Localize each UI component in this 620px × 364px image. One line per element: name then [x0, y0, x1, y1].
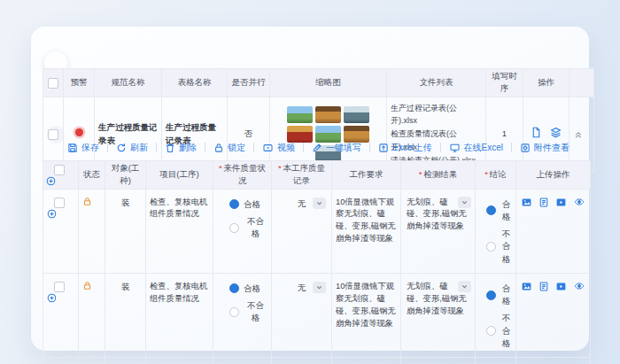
lock-status-icon — [82, 197, 101, 206]
radio-fail[interactable]: 不合格 — [486, 312, 512, 350]
cell-status — [79, 273, 105, 357]
cell-test-result: 无划痕、磕碰、变形,磁钢无崩角掉渣等现象 — [401, 189, 476, 273]
radio-pass[interactable]: 合格 — [486, 283, 512, 308]
cell-upload-actions — [516, 358, 591, 364]
pencil-icon — [312, 143, 322, 153]
file-action-icon[interactable] — [531, 127, 542, 138]
one-click-fill-button[interactable]: 一键填写 — [304, 142, 369, 154]
header-fill-order: 填写时序 — [486, 69, 523, 97]
cell-process-record: 无 — [272, 273, 332, 357]
radio-pass[interactable]: 合格 — [229, 283, 267, 295]
header-spec-name: 规范名称 — [95, 69, 162, 97]
lock-button[interactable]: 锁定 — [205, 142, 253, 154]
video-upload-icon[interactable] — [555, 197, 567, 208]
test-result-select[interactable]: 无划痕、磕碰、变形,磁钢无崩角掉渣等现象 — [405, 281, 471, 318]
row-checkbox[interactable] — [48, 129, 58, 140]
add-row-icon[interactable] — [47, 293, 74, 303]
cell-test-result: 无划痕、磕碰、变形,磁钢无崩角掉渣等现象 — [401, 273, 476, 357]
header-process-record: *本工序质量记录 — [272, 161, 332, 190]
image-upload-icon[interactable] — [521, 281, 532, 292]
required-mark: * — [484, 169, 488, 179]
record-table-header-row: 状态 对象(工种) 项目(工序) *来件质量状况 *本工序质量记录 工作要求 *… — [43, 161, 591, 190]
template-table-header-row: 预警 规范名称 表格名称 是否并行 缩略图 文件列表 填写时序 操作 — [43, 69, 594, 97]
main-panel: 预警 规范名称 表格名称 是否并行 缩略图 文件列表 填写时序 操作 生产过程质… — [31, 27, 589, 351]
header-work-requirement: 工作要求 — [332, 161, 401, 190]
video-upload-icon[interactable] — [555, 281, 567, 292]
record-row: 装 检查、复核电机组件质量情况 合格 不合格 无 10倍显微镜下观察无划痕、磕碰… — [43, 273, 591, 357]
warning-dot-icon — [75, 128, 83, 136]
refresh-button[interactable]: 刷新 — [108, 142, 156, 154]
save-button[interactable]: 保存 — [59, 142, 107, 154]
refresh-icon — [116, 143, 127, 153]
cell-test-result: 无划痕、磕碰、变形,磁钢无崩角掉渣等现象 — [401, 358, 476, 364]
radio-dot-icon — [229, 223, 239, 233]
toolbar: 保存 刷新 删除 锁定 视频 一键填写 Excel上传 — [59, 138, 577, 157]
cell-project: 检查、复核电机组件质量情况 — [146, 189, 213, 273]
thumbnail-image[interactable] — [287, 106, 313, 123]
excel-upload-button[interactable]: Excel上传 — [370, 142, 439, 154]
cell-project: 检查、复核电机组件质量情况 — [146, 273, 213, 357]
document-upload-icon[interactable] — [539, 197, 549, 208]
cell-incoming-quality: 合格 不合格 — [213, 358, 272, 364]
add-row-icon[interactable] — [46, 176, 75, 186]
required-mark: * — [419, 169, 422, 179]
header-select — [43, 69, 64, 97]
cell-select — [43, 189, 79, 273]
radio-fail[interactable]: 不合格 — [229, 299, 267, 325]
lock-status-icon — [82, 281, 101, 290]
radio-fail[interactable]: 不合格 — [486, 228, 512, 266]
thumbnail-image[interactable] — [344, 106, 369, 123]
cell-object: 装 — [105, 273, 146, 357]
cell-conclusion: 合格 不合格 — [476, 358, 516, 364]
attachment-view-icon — [520, 143, 531, 153]
cell-status — [79, 189, 105, 273]
thumbnail-image[interactable] — [315, 106, 341, 123]
radio-dot-icon — [229, 283, 239, 293]
delete-button[interactable]: 删除 — [157, 142, 205, 154]
row-checkbox[interactable] — [54, 197, 65, 208]
view-eye-icon[interactable] — [573, 197, 585, 207]
view-eye-icon[interactable] — [573, 281, 585, 291]
radio-fail[interactable]: 不合格 — [229, 215, 267, 241]
record-row: 装 检查、复核电机组件质量情况 合格 不合格 无 10倍显微镜下观察无划痕、磕碰… — [43, 189, 591, 273]
image-upload-icon[interactable] — [521, 197, 532, 208]
header-actions: 操作 — [523, 69, 570, 97]
header-table-name: 表格名称 — [162, 69, 228, 97]
cell-work-requirement: 10倍显微镜下观察无划痕、磕碰、变形,磁钢无崩角掉渣等现象 — [332, 358, 401, 364]
header-project: 项目(工序) — [146, 161, 213, 190]
layers-icon[interactable] — [550, 127, 562, 138]
header-thumbnail: 缩略图 — [270, 69, 387, 97]
record-table: 状态 对象(工种) 项目(工序) *来件质量状况 *本工序质量记录 工作要求 *… — [43, 160, 591, 364]
header-collapse — [570, 69, 594, 97]
template-table: 预警 规范名称 表格名称 是否并行 缩略图 文件列表 填写时序 操作 生产过程质… — [43, 68, 594, 173]
cell-object: 装 — [105, 189, 146, 273]
cell-object: 装 — [105, 358, 146, 364]
save-icon — [67, 143, 78, 153]
cell-process-record: 无 — [272, 358, 332, 364]
header-test-result: *检测结果 — [401, 161, 476, 190]
process-record-select[interactable]: 无 — [275, 281, 328, 295]
attachment-view-button[interactable]: 附件查看 — [512, 142, 577, 154]
select-all-checkbox[interactable] — [48, 78, 58, 89]
header-file-list: 文件列表 — [387, 69, 486, 97]
document-upload-icon[interactable] — [539, 281, 549, 292]
radio-dot-icon — [486, 242, 496, 252]
row-checkbox[interactable] — [54, 282, 65, 292]
online-excel-button[interactable]: 在线Excel — [441, 142, 511, 154]
required-mark: * — [219, 163, 222, 173]
video-button[interactable]: 视频 — [254, 142, 303, 154]
radio-dot-icon — [486, 290, 496, 300]
radio-pass[interactable]: 合格 — [229, 198, 267, 211]
cell-project: 检查、复核电机组件质量情况 — [146, 358, 213, 364]
trash-icon — [165, 143, 175, 153]
process-record-select[interactable]: 无 — [275, 197, 328, 211]
radio-pass[interactable]: 合格 — [486, 198, 512, 224]
select-all-checkbox[interactable] — [54, 165, 65, 175]
header-object: 对象(工种) — [105, 161, 146, 190]
cell-status — [79, 358, 105, 364]
record-row: 装 检查、复核电机组件质量情况 合格 不合格 无 10倍显微镜下观察无划痕、磕碰… — [43, 358, 591, 364]
upload-icon — [378, 143, 389, 153]
test-result-select[interactable]: 无划痕、磕碰、变形,磁钢无崩角掉渣等现象 — [405, 197, 471, 234]
add-row-icon[interactable] — [47, 209, 74, 219]
cell-upload-actions — [516, 273, 591, 357]
